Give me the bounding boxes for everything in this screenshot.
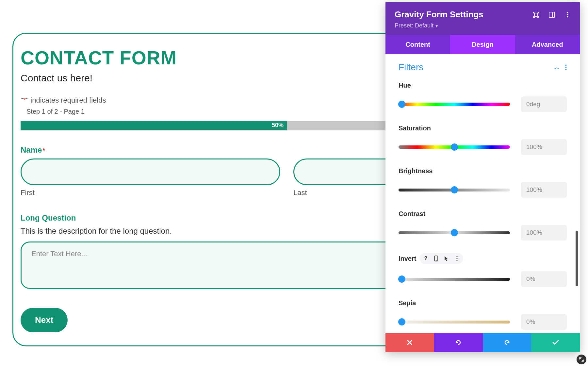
footer-bar <box>385 333 580 352</box>
invert-slider-thumb[interactable] <box>398 275 405 283</box>
tabs: Content Design Advanced <box>385 35 580 54</box>
filter-saturation-label: Saturation <box>399 125 567 132</box>
svg-point-4 <box>567 14 568 15</box>
panel-body: Filters ︿ Hue 0deg Saturation <box>385 54 580 333</box>
filter-contrast-label: Contrast <box>399 210 567 218</box>
svg-point-7 <box>565 67 567 68</box>
next-button[interactable]: Next <box>21 308 68 332</box>
progress-text: 50% <box>272 122 284 129</box>
svg-point-11 <box>457 256 458 257</box>
resize-handle-icon[interactable] <box>577 355 586 364</box>
filter-invert-label: Invert <box>399 255 416 262</box>
preset-dropdown[interactable]: Preset: Default▼ <box>395 22 571 29</box>
cursor-icon[interactable] <box>442 254 451 263</box>
filter-brightness-label: Brightness <box>399 167 567 175</box>
filter-sepia: Sepia 0% <box>399 299 567 330</box>
brightness-value[interactable]: 100% <box>521 182 567 198</box>
section-filters-title: Filters <box>399 62 423 73</box>
contrast-value[interactable]: 100% <box>521 225 567 241</box>
undo-button[interactable] <box>434 333 483 352</box>
tab-content[interactable]: Content <box>385 35 450 54</box>
first-sublabel: First <box>21 189 280 197</box>
brightness-slider-thumb[interactable] <box>451 186 458 193</box>
svg-point-6 <box>565 65 567 66</box>
filter-saturation: Saturation 100% <box>399 125 567 155</box>
panel-header: Gravity Form Settings Preset: Default▼ <box>385 2 580 35</box>
svg-rect-0 <box>534 13 538 16</box>
sepia-value[interactable]: 0% <box>521 314 567 330</box>
settings-panel: Gravity Form Settings Preset: Default▼ C… <box>385 2 580 352</box>
required-asterisk-icon: * <box>42 147 45 154</box>
invert-options: ? <box>419 253 463 264</box>
scrollbar-thumb[interactable] <box>576 231 578 286</box>
svg-point-10 <box>436 260 437 261</box>
svg-point-5 <box>567 16 568 17</box>
filter-hue-label: Hue <box>399 82 567 89</box>
hue-value[interactable]: 0deg <box>521 96 567 112</box>
saturation-slider[interactable] <box>399 145 510 149</box>
hue-slider-thumb[interactable] <box>398 101 405 108</box>
brightness-slider[interactable] <box>399 189 510 191</box>
close-button[interactable] <box>385 333 434 352</box>
sepia-slider[interactable] <box>399 321 510 324</box>
svg-rect-1 <box>549 12 554 17</box>
saturation-value[interactable]: 100% <box>521 139 567 155</box>
mobile-icon[interactable] <box>432 254 440 263</box>
chevron-up-icon[interactable]: ︿ <box>554 63 560 71</box>
tab-design[interactable]: Design <box>450 35 515 54</box>
confirm-button[interactable] <box>531 333 580 352</box>
hue-slider[interactable] <box>399 103 510 106</box>
contrast-slider-thumb[interactable] <box>451 229 458 236</box>
panel-title: Gravity Form Settings <box>395 9 483 20</box>
svg-point-13 <box>457 260 458 261</box>
filter-sepia-label: Sepia <box>399 299 567 307</box>
svg-point-8 <box>565 69 567 70</box>
invert-value[interactable]: 0% <box>521 271 567 287</box>
invert-more-icon[interactable] <box>453 254 461 263</box>
contrast-slider[interactable] <box>399 231 510 234</box>
filter-contrast: Contrast 100% <box>399 210 567 241</box>
sepia-slider-thumb[interactable] <box>398 318 405 325</box>
caret-down-icon: ▼ <box>435 24 439 28</box>
svg-point-3 <box>567 12 568 13</box>
filter-invert: Invert ? 0% <box>399 253 567 287</box>
redo-button[interactable] <box>483 333 531 352</box>
invert-slider[interactable] <box>399 278 510 281</box>
progress-fill: 50% <box>21 121 287 130</box>
tab-advanced[interactable]: Advanced <box>515 35 580 54</box>
svg-point-12 <box>457 258 458 259</box>
layout-icon[interactable] <box>548 11 555 18</box>
more-icon[interactable] <box>564 11 571 18</box>
help-icon[interactable]: ? <box>421 254 430 263</box>
filter-hue: Hue 0deg <box>399 82 567 112</box>
first-name-input[interactable] <box>21 158 280 185</box>
section-more-icon[interactable] <box>565 64 567 70</box>
filter-brightness: Brightness 100% <box>399 167 567 198</box>
saturation-slider-thumb[interactable] <box>451 143 458 151</box>
expand-icon[interactable] <box>533 11 539 18</box>
